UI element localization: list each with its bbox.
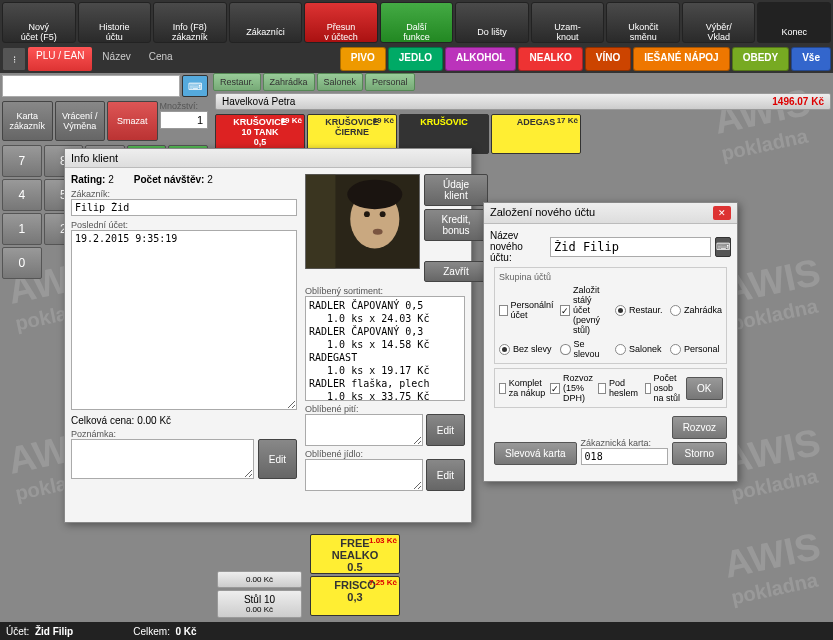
subtoolbar: ⁝ PLU / EAN Název Cena PIVOJEDLOALKOHOLN… bbox=[0, 45, 833, 73]
zakaznik-input[interactable] bbox=[71, 199, 297, 216]
info-klient-dialog: Info klient Rating: 2 Počet návštěv: 2 Z… bbox=[64, 148, 472, 523]
chk-staly[interactable]: Založit stálý účet (pevný stůl) bbox=[560, 285, 611, 335]
edit-piti-button[interactable]: Edit bbox=[426, 414, 465, 446]
topbtn-ukonit[interactable]: Ukončit směnu bbox=[606, 2, 680, 43]
expand-button[interactable]: ⁝ bbox=[2, 47, 26, 71]
plu-input[interactable] bbox=[2, 75, 180, 97]
client-photo bbox=[305, 174, 420, 269]
cat-iešané nápoj[interactable]: IEŠANÉ NÁPOJ bbox=[633, 47, 729, 71]
karta-zakaznik-button[interactable]: Karta zákazník bbox=[2, 101, 53, 141]
topbtn-konec[interactable]: Konec bbox=[757, 2, 831, 43]
kredit-bonus-button[interactable]: Kredit, bonus bbox=[424, 209, 488, 241]
chk-pod[interactable]: Pod heslem bbox=[598, 378, 641, 398]
obl-piti-label: Oblíbené pití: bbox=[305, 404, 465, 414]
cat-alkohol[interactable]: ALKOHOL bbox=[445, 47, 516, 71]
svg-point-5 bbox=[373, 229, 383, 235]
product-tile[interactable]: 1.03 KčFREE NEALKO 0.5 bbox=[310, 534, 400, 574]
storno-button[interactable]: Storno bbox=[672, 442, 727, 465]
cat-víno[interactable]: VÍNO bbox=[585, 47, 631, 71]
room-salonek[interactable]: Salonek bbox=[317, 73, 364, 91]
cat-nealko[interactable]: NEALKO bbox=[518, 47, 582, 71]
topbtn-dolity[interactable]: Do lišty bbox=[455, 2, 529, 43]
obl-piti-text[interactable] bbox=[305, 414, 423, 446]
celkova-value: 0.00 Kč bbox=[137, 415, 171, 426]
top-toolbar: Nový účet (F5)Historie účtuInfo (F8) zák… bbox=[0, 0, 833, 45]
room-restaur.[interactable]: Restaur. bbox=[213, 73, 261, 91]
celkova-label: Celková cena: bbox=[71, 415, 134, 426]
rad-salonek[interactable]: Salonek bbox=[615, 339, 666, 359]
rozvoz-button[interactable]: Rozvoz bbox=[672, 416, 727, 439]
rad-restaur[interactable]: Restaur. bbox=[615, 285, 666, 335]
chk-pocet[interactable]: Počet osob na stůl bbox=[645, 373, 682, 403]
edit-poznamka-button[interactable]: Edit bbox=[258, 439, 297, 479]
cat-pivo[interactable]: PIVO bbox=[340, 47, 386, 71]
qty-label: Množství: bbox=[160, 101, 209, 111]
ucet-value: Žid Filip bbox=[35, 626, 73, 637]
waitress-amount: 1496.07 Kč bbox=[772, 96, 824, 107]
topbtn-historie[interactable]: Historie účtu bbox=[78, 2, 152, 43]
keyboard-button[interactable]: ⌨ bbox=[182, 75, 208, 97]
numpad-7[interactable]: 7 bbox=[2, 145, 42, 177]
qty-input[interactable] bbox=[160, 111, 209, 129]
rad-personal[interactable]: Personal bbox=[670, 339, 722, 359]
obl-jidlo-text[interactable] bbox=[305, 459, 423, 491]
udaje-klient-button[interactable]: Údaje klient bbox=[424, 174, 488, 206]
chk-komplet[interactable]: Komplet za nákup bbox=[499, 378, 546, 398]
rating-value: 2 bbox=[108, 174, 114, 185]
posledni-label: Poslední účet: bbox=[71, 220, 297, 230]
main-area: Restaur.ZahrádkaSalonekPersonal Havelkov… bbox=[213, 73, 833, 156]
table-button[interactable]: 0.00 Kč bbox=[217, 571, 302, 588]
vraceni-button[interactable]: Vrácení / Výměna bbox=[55, 101, 106, 141]
topbtn-infof[interactable]: Info (F8) zákazník bbox=[153, 2, 227, 43]
zak-karta-input[interactable] bbox=[581, 448, 668, 465]
zavrit-button[interactable]: Zavřít bbox=[424, 261, 488, 282]
slevova-karta-button[interactable]: Slevová karta bbox=[494, 442, 577, 465]
visits-value: 2 bbox=[207, 174, 213, 185]
room-zahrádka[interactable]: Zahrádka bbox=[263, 73, 315, 91]
keyboard-icon[interactable]: ⌨ bbox=[715, 237, 731, 257]
new-account-dialog: Založení nového účtu ✕ Název nového účtu… bbox=[483, 202, 738, 482]
waitress-bar[interactable]: Havelková Petra 1496.07 Kč bbox=[215, 93, 831, 110]
rad-bezslevy[interactable]: Bez slevy bbox=[499, 339, 556, 359]
smazat-button[interactable]: Smazat bbox=[107, 101, 158, 141]
numpad-4[interactable]: 4 bbox=[2, 179, 42, 211]
topbtn-zkaznci[interactable]: Zákazníci bbox=[229, 2, 303, 43]
topbtn-dal[interactable]: Další funkce bbox=[380, 2, 454, 43]
numpad-0[interactable]: 0 bbox=[2, 247, 42, 279]
close-icon[interactable]: ✕ bbox=[713, 206, 731, 220]
rad-seslevou[interactable]: Se slevou bbox=[560, 339, 611, 359]
name-label: Název nového účtu: bbox=[490, 230, 546, 263]
cat-vše[interactable]: Vše bbox=[791, 47, 831, 71]
obl-sort-list[interactable]: RADLER ČAPOVANÝ 0,5 1.0 ks x 24.03 Kč 24… bbox=[305, 296, 465, 401]
posledni-text[interactable]: 19.2.2015 9:35:19 bbox=[71, 230, 297, 410]
cat-jedlo[interactable]: JEDLO bbox=[388, 47, 443, 71]
waitress-name: Havelková Petra bbox=[222, 96, 295, 107]
cena-tab[interactable]: Cena bbox=[141, 47, 181, 71]
topbtn-uzam[interactable]: Uzam- knout bbox=[531, 2, 605, 43]
product-tile[interactable]: 7.25 KčFRISCO 0,3 bbox=[310, 576, 400, 616]
acc-name-input[interactable] bbox=[550, 237, 711, 257]
status-bar: Účet: Žid Filip Celkem: 0 Kč bbox=[0, 622, 833, 640]
ok-button[interactable]: OK bbox=[686, 377, 722, 400]
poznamka-text[interactable] bbox=[71, 439, 254, 479]
nazev-tab[interactable]: Název bbox=[94, 47, 138, 71]
table-button[interactable]: Stůl 100.00 Kč bbox=[217, 590, 302, 618]
bottom-tiles: 1.03 KčFREE NEALKO 0.57.25 KčFRISCO 0,3 bbox=[310, 534, 400, 618]
chk-personalni[interactable]: Personální účet bbox=[499, 285, 556, 335]
plu-ean-tab[interactable]: PLU / EAN bbox=[28, 47, 92, 71]
cat-obedy[interactable]: OBEDY bbox=[732, 47, 790, 71]
product-tile[interactable]: 17 KčADEGAS bbox=[491, 114, 581, 154]
watermark: AWISpokladna bbox=[720, 525, 829, 610]
svg-rect-6 bbox=[306, 175, 335, 268]
room-personal[interactable]: Personal bbox=[365, 73, 415, 91]
edit-jidlo-button[interactable]: Edit bbox=[426, 459, 465, 491]
topbtn-vbr[interactable]: Výběr/ Vklad bbox=[682, 2, 756, 43]
topbtn-pesun[interactable]: Přesun v účtech bbox=[304, 2, 378, 43]
rad-zahradka[interactable]: Zahrádka bbox=[670, 285, 722, 335]
numpad-1[interactable]: 1 bbox=[2, 213, 42, 245]
celkem-label: Celkem: bbox=[133, 626, 170, 637]
topbtn-nov[interactable]: Nový účet (F5) bbox=[2, 2, 76, 43]
dialog-title: Info klient bbox=[65, 149, 471, 168]
chk-rozvoz[interactable]: Rozvoz (15% DPH) bbox=[550, 373, 594, 403]
svg-point-4 bbox=[380, 211, 386, 217]
